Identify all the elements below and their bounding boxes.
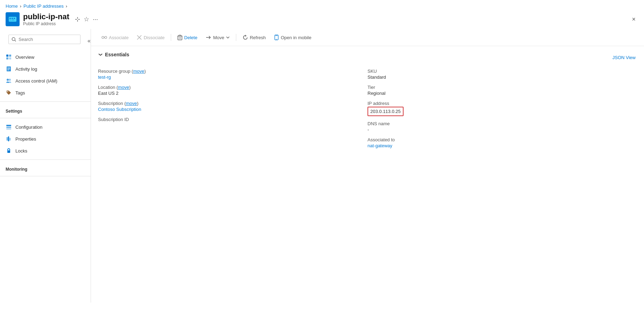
search-icon (12, 37, 16, 42)
ip-address-value: 203.0.113.0.25 (370, 109, 401, 114)
move-dropdown-icon (226, 36, 230, 39)
refresh-label: Refresh (250, 35, 266, 40)
associate-button[interactable]: Associate (98, 33, 132, 42)
field-subscription-id: Subscription ID (98, 117, 368, 128)
tier-label: Tier (368, 85, 637, 90)
subscription-id-value (98, 123, 368, 128)
svg-rect-8 (6, 55, 8, 57)
open-mobile-button[interactable]: Open in mobile (271, 33, 315, 42)
location-move-link[interactable]: move (118, 85, 129, 90)
ip-address-highlight: 203.0.113.0.25 (368, 107, 404, 116)
settings-section-label: Settings (0, 105, 91, 115)
sidebar: « Overview Activity log Access control (… (0, 29, 91, 303)
sidebar-item-configuration[interactable]: Configuration (0, 121, 91, 133)
svg-rect-19 (6, 125, 11, 126)
breadcrumb-sep1: › (20, 3, 21, 9)
essentials-section: Essentials JSON View Resource group (mov… (91, 46, 644, 159)
subscription-move-link[interactable]: move (126, 101, 137, 106)
breadcrumb-home[interactable]: Home (6, 3, 18, 9)
dissociate-label: Dissociate (144, 35, 164, 40)
sidebar-item-locks[interactable]: Locks (0, 145, 91, 157)
overview-icon (6, 54, 12, 60)
resource-icon (6, 12, 20, 26)
svg-rect-20 (6, 127, 11, 128)
associate-icon (102, 35, 107, 40)
refresh-icon (243, 35, 248, 40)
toolbar-divider-2 (236, 34, 236, 41)
svg-rect-3 (14, 18, 15, 19)
svg-point-27 (105, 36, 107, 38)
properties-icon (6, 136, 12, 142)
main-content: Associate Dissociate Delete Move Refresh (91, 29, 644, 303)
configuration-icon (6, 124, 12, 130)
close-button[interactable]: × (629, 14, 638, 24)
svg-rect-24 (9, 138, 10, 141)
resource-group-value[interactable]: test-rg (98, 75, 368, 80)
search-box (8, 35, 80, 44)
sidebar-item-access-control[interactable]: Access control (IAM) (0, 75, 91, 87)
subscription-value[interactable]: Contoso Subscription (98, 107, 368, 112)
sidebar-item-properties[interactable]: Properties (0, 133, 91, 145)
resource-group-move-link[interactable]: move (133, 69, 144, 74)
dns-name-value: - (368, 127, 637, 132)
field-dns-name: DNS name - (368, 121, 637, 132)
locks-icon (6, 148, 12, 154)
dissociate-button[interactable]: Dissociate (133, 33, 168, 42)
svg-rect-1 (9, 18, 11, 19)
essentials-left: Resource group (move) test-rg Location (… (98, 69, 368, 153)
open-mobile-label: Open in mobile (281, 35, 311, 40)
move-button[interactable]: Move (202, 33, 233, 42)
svg-point-6 (12, 37, 15, 41)
associated-to-value[interactable]: nat-gateway (368, 143, 637, 148)
location-label: Location (move) (98, 85, 368, 90)
svg-rect-25 (7, 150, 10, 153)
sidebar-divider-1 (0, 101, 91, 102)
header-icons: ⊹ ☆ ··· (75, 15, 98, 23)
sidebar-divider-3 (0, 159, 91, 160)
tier-value: Regional (368, 91, 637, 96)
collapse-sidebar-button[interactable]: « (88, 38, 91, 44)
sidebar-item-access-control-label: Access control (IAM) (15, 78, 57, 84)
sidebar-item-overview-label: Overview (15, 55, 34, 60)
field-ip-address: IP address 203.0.113.0.25 (368, 101, 637, 116)
tags-icon (6, 90, 12, 96)
breadcrumb: Home › Public IP addresses › (0, 0, 644, 11)
move-label: Move (213, 35, 224, 40)
field-sku: SKU Standard (368, 69, 637, 80)
refresh-button[interactable]: Refresh (239, 33, 270, 42)
svg-point-16 (7, 79, 9, 81)
svg-rect-0 (9, 17, 16, 22)
pin-icon[interactable]: ⊹ (75, 15, 80, 23)
resource-group-label: Resource group (move) (98, 69, 368, 74)
svg-rect-9 (9, 55, 11, 57)
sidebar-item-overview[interactable]: Overview (0, 51, 91, 63)
sidebar-item-activity-log[interactable]: Activity log (0, 63, 91, 75)
sidebar-item-tags[interactable]: Tags (0, 87, 91, 99)
svg-point-26 (102, 36, 104, 38)
essentials-label: Essentials (105, 52, 129, 57)
subscription-label: Subscription (move) (98, 101, 368, 106)
svg-rect-23 (8, 136, 9, 141)
more-icon[interactable]: ··· (93, 16, 98, 23)
field-resource-group: Resource group (move) test-rg (98, 69, 368, 80)
associate-label: Associate (109, 35, 128, 40)
monitoring-section-label: Monitoring (0, 163, 91, 173)
search-input[interactable] (19, 37, 77, 42)
associated-to-label: Associated to (368, 137, 637, 142)
json-view-link[interactable]: JSON View (612, 55, 637, 60)
page-subtitle: Public IP address (23, 21, 69, 26)
delete-icon (177, 35, 182, 40)
delete-button[interactable]: Delete (174, 33, 201, 42)
sidebar-divider-4 (0, 176, 91, 176)
svg-rect-2 (12, 18, 13, 19)
breadcrumb-public-ip[interactable]: Public IP addresses (23, 3, 64, 9)
favorite-icon[interactable]: ☆ (84, 15, 89, 23)
ip-address-label: IP address (368, 101, 637, 106)
access-control-icon (6, 78, 12, 84)
svg-rect-11 (9, 57, 11, 59)
page-header: public-ip-nat Public IP address ⊹ ☆ ··· … (0, 11, 644, 29)
toolbar-divider-1 (171, 34, 171, 41)
essentials-header: Essentials (98, 52, 129, 57)
svg-line-7 (15, 40, 16, 41)
sidebar-item-tags-label: Tags (15, 90, 25, 95)
